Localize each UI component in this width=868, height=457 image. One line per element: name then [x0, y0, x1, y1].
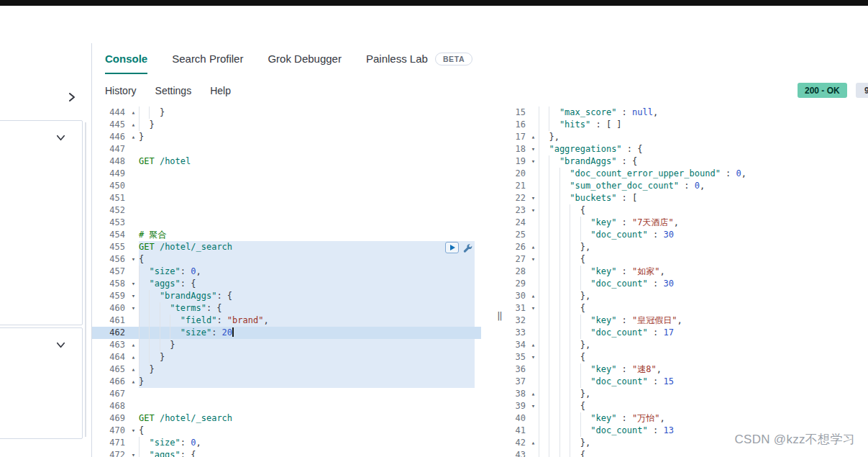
code-line[interactable]: 447: [92, 143, 481, 155]
code-line[interactable]: 35▾{: [507, 351, 868, 363]
tab-search-profiler[interactable]: Search Profiler: [172, 43, 243, 74]
fold-toggle-icon[interactable]: ▴: [128, 131, 139, 143]
fold-toggle-icon[interactable]: ▾: [128, 449, 139, 457]
send-request-button[interactable]: [445, 242, 459, 253]
code-line[interactable]: 38▴},: [507, 388, 868, 400]
code-line[interactable]: 23▾{: [507, 204, 868, 217]
code-line[interactable]: 456▾{: [92, 253, 481, 266]
code-line[interactable]: 461"field": "brand",: [92, 315, 481, 327]
code-line[interactable]: 36"key" : "速8",: [507, 363, 868, 376]
expand-panel-button[interactable]: [66, 91, 78, 103]
tab-painless-lab[interactable]: Painless LabBETA: [366, 43, 472, 74]
code-line[interactable]: 448GET /hotel: [92, 155, 481, 168]
code-line[interactable]: 446▴}: [92, 131, 481, 143]
code-line[interactable]: 460▾"terms": {: [92, 302, 481, 315]
code-line[interactable]: 19▾"brandAggs" : {: [507, 155, 868, 168]
toolbar-item-history[interactable]: History: [105, 85, 137, 96]
code-line[interactable]: 25"doc_count" : 30: [507, 229, 868, 241]
code-line[interactable]: 469GET /hotel/_search: [92, 412, 481, 425]
fold-toggle-icon[interactable]: ▾: [128, 290, 139, 302]
code-line[interactable]: 32"key" : "皇冠假日",: [507, 315, 868, 327]
code-line[interactable]: 31▾{: [507, 302, 868, 315]
tab-grok-debugger[interactable]: Grok Debugger: [268, 43, 342, 74]
code-line[interactable]: 444▴}: [92, 107, 481, 119]
request-editor[interactable]: 444▴}445▴}446▴}447448GET /hotel449450451…: [92, 107, 494, 457]
fold-toggle-icon[interactable]: ▾: [528, 192, 539, 204]
code-line[interactable]: 458▾"aggs": {: [92, 278, 481, 290]
code-line[interactable]: 465▴}: [92, 363, 481, 376]
code-line[interactable]: 466▴}: [92, 376, 481, 388]
code-line[interactable]: 20"doc_count_error_upper_bound" : 0,: [507, 168, 868, 180]
code-line[interactable]: 17▴},: [507, 131, 868, 143]
fold-toggle-icon[interactable]: ▴: [128, 107, 139, 119]
fold-toggle-icon[interactable]: ▴: [128, 119, 139, 131]
fold-toggle-icon[interactable]: ▾: [528, 253, 539, 266]
code-line[interactable]: 27▾{: [507, 253, 868, 266]
fold-toggle-icon[interactable]: ▴: [528, 437, 539, 449]
code-line[interactable]: 445▴}: [92, 119, 481, 131]
code-line[interactable]: 43{: [507, 449, 868, 457]
fold-toggle-icon[interactable]: ▾: [528, 204, 539, 217]
fold-gutter: [128, 400, 139, 412]
code-line[interactable]: 454# 聚合: [92, 229, 481, 241]
code-line[interactable]: 472▾"aggs": {: [92, 449, 481, 457]
collapse-toggle-2[interactable]: [55, 340, 66, 350]
response-viewer[interactable]: 15"max_score" : null,16"hits" : [ ]17▴},…: [507, 107, 868, 457]
fold-toggle-icon[interactable]: ▾: [528, 155, 539, 168]
code-line[interactable]: 470▾{: [92, 425, 481, 437]
collapse-toggle-1[interactable]: [55, 132, 66, 143]
fold-toggle-icon[interactable]: ▴: [528, 290, 539, 302]
code-line[interactable]: 24"key" : "7天酒店",: [507, 217, 868, 229]
code-line[interactable]: 15"max_score" : null,: [507, 107, 868, 119]
toolbar-item-help[interactable]: Help: [210, 85, 231, 96]
code-line[interactable]: 26▴},: [507, 241, 868, 253]
code-line[interactable]: 464▴}: [92, 351, 481, 363]
code-line[interactable]: 451: [92, 192, 481, 204]
fold-toggle-icon[interactable]: ▴: [528, 241, 539, 253]
wrench-icon[interactable]: [463, 243, 472, 253]
fold-toggle-icon[interactable]: ▾: [128, 253, 139, 266]
code-line[interactable]: 452: [92, 204, 481, 217]
code-line[interactable]: 453: [92, 217, 481, 229]
code-line[interactable]: 34▴},: [507, 339, 868, 351]
fold-toggle-icon[interactable]: ▾: [128, 425, 139, 437]
code-line[interactable]: 29"doc_count" : 30: [507, 278, 868, 290]
code-line[interactable]: 28"key" : "如家",: [507, 266, 868, 278]
fold-toggle-icon[interactable]: ▴: [528, 388, 539, 400]
fold-toggle-icon[interactable]: ▴: [128, 363, 139, 376]
code-line[interactable]: 30▴},: [507, 290, 868, 302]
fold-toggle-icon[interactable]: ▴: [528, 131, 539, 143]
fold-toggle-icon[interactable]: ▾: [128, 302, 139, 315]
code-line[interactable]: 457"size": 0,: [92, 266, 481, 278]
toolbar-item-settings[interactable]: Settings: [155, 85, 192, 96]
code-line[interactable]: 449: [92, 168, 481, 180]
fold-toggle-icon[interactable]: ▴: [528, 339, 539, 351]
code-line[interactable]: 455GET /hotel/_search: [92, 241, 481, 253]
tab-console[interactable]: Console: [105, 43, 147, 74]
fold-toggle-icon[interactable]: ▴: [128, 339, 139, 351]
code-line[interactable]: 462"size": 20: [92, 327, 481, 339]
code-line[interactable]: 450: [92, 180, 481, 192]
fold-toggle-icon[interactable]: ▾: [128, 278, 139, 290]
fold-toggle-icon[interactable]: ▴: [128, 376, 139, 388]
fold-toggle-icon[interactable]: ▾: [528, 143, 539, 155]
code-line[interactable]: 16"hits" : [ ]: [507, 119, 868, 131]
code-line[interactable]: 468: [92, 400, 481, 412]
code-line[interactable]: 471"size": 0,: [92, 437, 481, 449]
code-line[interactable]: 37"doc_count" : 15: [507, 376, 868, 388]
fold-toggle-icon[interactable]: ▾: [528, 351, 539, 363]
code-line[interactable]: 33"doc_count" : 17: [507, 327, 868, 339]
code-line[interactable]: 40"key" : "万怡",: [507, 412, 868, 425]
code-line[interactable]: 463▴}: [92, 339, 481, 351]
rail-scrollbar[interactable]: [85, 122, 86, 437]
code-line[interactable]: 21"sum_other_doc_count" : 0,: [507, 180, 868, 192]
fold-toggle-icon[interactable]: ▾: [528, 302, 539, 315]
code-line[interactable]: 18▾"aggregations" : {: [507, 143, 868, 155]
fold-toggle-icon[interactable]: ▴: [128, 351, 139, 363]
code-line[interactable]: 22▾"buckets" : [: [507, 192, 868, 204]
fold-toggle-icon[interactable]: ▾: [528, 400, 539, 412]
code-line[interactable]: 39▾{: [507, 400, 868, 412]
pane-resizer[interactable]: ‖: [494, 107, 507, 457]
code-line[interactable]: 459▾"brandAggs": {: [92, 290, 481, 302]
code-line[interactable]: 467: [92, 388, 481, 400]
